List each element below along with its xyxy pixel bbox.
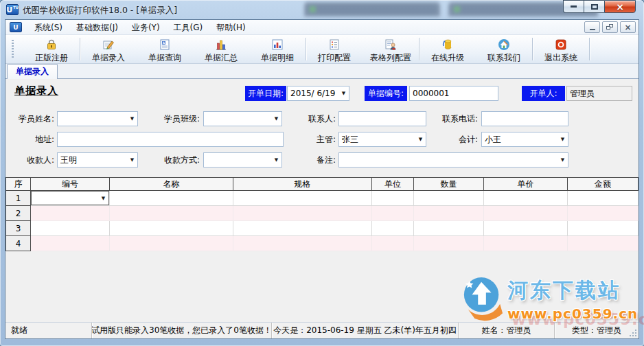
dropdown-arrow-icon[interactable]: ▼ [127, 116, 137, 122]
resize-grip[interactable] [635, 335, 636, 336]
toolbar-button-print-config[interactable]: 打印配置 [306, 35, 363, 63]
dropdown-arrow-icon[interactable]: ▼ [338, 91, 349, 96]
accountant-label: 会计: [417, 132, 478, 147]
status-trial-info: 试用版只能录入30笔收据，您已录入了0笔收据！ [91, 323, 271, 338]
item-cell[interactable] [484, 221, 568, 236]
item-cell[interactable] [233, 191, 372, 206]
toolbar-button-label: 联系我们 [487, 52, 520, 64]
lock-icon [45, 38, 58, 51]
remark-combobox[interactable]: ▼ [338, 152, 568, 168]
background-window-tab[interactable] [304, 2, 440, 16]
column-header-6: 单价 [484, 178, 568, 191]
phone-input[interactable] [481, 111, 568, 126]
item-cell[interactable] [414, 221, 484, 236]
status-date: 今天是：2015-06-19 星期五 乙未(羊)年五月初四 [271, 323, 458, 338]
item-cell[interactable] [484, 191, 568, 206]
dropdown-arrow-icon[interactable]: ▼ [557, 137, 568, 142]
item-cell[interactable] [31, 236, 110, 251]
row-number-cell[interactable]: 2 [6, 206, 31, 221]
toolbar-button-receipt-query[interactable]: 单据查询 [137, 35, 193, 63]
manager-combobox[interactable]: 张三 ▼ [338, 132, 426, 147]
write-icon [102, 38, 115, 51]
item-cell[interactable] [31, 206, 110, 221]
toolbar-button-receipt-entry[interactable]: 单据录入 [80, 35, 137, 63]
table-row: 4 [6, 236, 639, 251]
row-number-cell[interactable]: 4 [6, 236, 31, 251]
item-cell[interactable] [372, 206, 414, 221]
row-number-cell[interactable]: 1 [6, 191, 31, 206]
item-cell[interactable] [110, 221, 233, 236]
caption-buttons: × [563, 0, 636, 13]
item-cell[interactable] [372, 221, 414, 236]
item-cell[interactable] [110, 191, 233, 206]
receipt-no-input[interactable] [409, 86, 498, 101]
item-cell[interactable] [414, 191, 484, 206]
toolbar-button-column-config[interactable]: 表格列配置 [363, 35, 419, 63]
menu-item-tools[interactable]: 工具(G) [167, 20, 210, 35]
pay-method-combobox[interactable]: ▼ [203, 152, 282, 168]
item-cell[interactable] [568, 191, 639, 206]
toolbar-button-online-upgrade[interactable]: 在线升级 [419, 35, 476, 63]
item-cell[interactable] [414, 206, 484, 221]
dropdown-arrow-icon[interactable]: ▼ [557, 157, 568, 163]
toolbar-button-receipt-summary[interactable]: 单据汇总 [193, 35, 249, 63]
toolbar-button-receipt-detail[interactable]: 单据明细 [249, 35, 306, 63]
item-cell[interactable] [372, 191, 414, 206]
menu-item-system[interactable]: 系统(S) [27, 20, 69, 35]
contact-icon [497, 38, 511, 51]
item-cell[interactable] [233, 206, 372, 221]
toolbar-button-exit-system[interactable]: 退出系统 [533, 35, 589, 63]
phone-label: 联系电话: [417, 111, 478, 126]
item-cell[interactable] [484, 206, 568, 221]
item-cell[interactable] [233, 221, 372, 236]
print-config-icon [327, 38, 341, 51]
toolbar-button-label: 表格列配置 [370, 52, 411, 64]
item-cell[interactable] [484, 236, 568, 251]
mdi-close-button[interactable]: × [620, 21, 636, 33]
pay-method-label: 收款方式: [139, 152, 200, 168]
tab-receipt-entry[interactable]: 单据录入 [7, 64, 58, 79]
menu-item-help[interactable]: 帮助(H) [209, 20, 252, 35]
column-header-2: 名称 [110, 178, 233, 191]
toolbar-button-register[interactable]: 正版注册 [23, 35, 80, 63]
page-title: 单据录入 [14, 84, 58, 97]
toolbar-gripper[interactable] [12, 40, 14, 58]
minimize-button[interactable] [563, 0, 584, 13]
item-cell[interactable] [110, 206, 233, 221]
billing-date-combobox[interactable]: 2015/ 6/19 ▼ [287, 86, 349, 101]
item-cell[interactable] [568, 206, 639, 221]
close-icon: × [624, 23, 631, 32]
item-cell[interactable] [568, 221, 639, 236]
maximize-button[interactable] [584, 0, 604, 13]
close-button[interactable]: × [604, 0, 636, 13]
app-client-area: U 系统(S)基础数据(J)业务(Y)工具(G)帮助(H) × 正版注册单据录入… [5, 19, 639, 339]
accountant-combobox[interactable]: 小王 ▼ [481, 132, 568, 147]
toolbar-button-contact-us[interactable]: 联系我们 [476, 35, 532, 63]
item-cell[interactable] [414, 236, 484, 251]
column-config-icon [384, 38, 398, 51]
row-number-cell[interactable]: 3 [6, 221, 31, 236]
mdi-window-buttons: × [584, 21, 636, 33]
contact-input[interactable] [338, 111, 426, 126]
menu-item-business[interactable]: 业务(Y) [125, 20, 167, 35]
item-cell[interactable] [110, 236, 233, 251]
column-header-4: 单位 [372, 178, 414, 191]
item-cell[interactable] [568, 236, 639, 251]
item-cell[interactable] [31, 221, 110, 236]
item-cell[interactable]: ▼ [31, 191, 110, 206]
table-row: 2 [6, 206, 639, 221]
toolbar-button-label: 正版注册 [35, 52, 68, 64]
student-name-combobox[interactable]: ▼ [57, 111, 138, 126]
combo-value: 王明 [58, 154, 127, 166]
mdi-restore-button[interactable] [602, 21, 618, 33]
mdi-minimize-button[interactable] [584, 21, 600, 33]
dropdown-arrow-icon[interactable]: ▼ [98, 196, 108, 201]
menu-item-basic-data[interactable]: 基础数据(J) [69, 20, 125, 35]
student-class-combobox[interactable]: ▼ [203, 111, 282, 126]
item-code-combobox[interactable]: ▼ [31, 191, 109, 205]
address-input[interactable] [57, 132, 284, 147]
item-cell[interactable] [233, 236, 372, 251]
dropdown-arrow-icon[interactable]: ▼ [127, 157, 137, 163]
payee-combobox[interactable]: 王明 ▼ [57, 152, 138, 168]
item-cell[interactable] [372, 236, 414, 251]
